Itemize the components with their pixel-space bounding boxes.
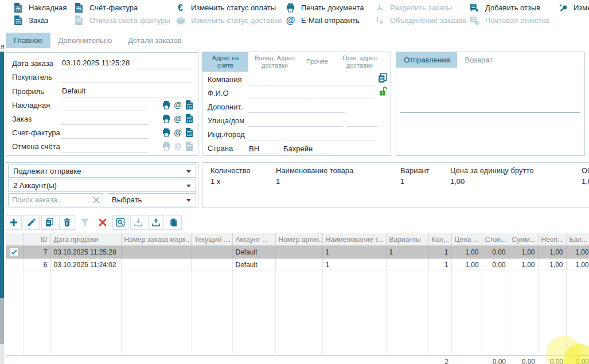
cell-variants[interactable] bbox=[386, 259, 428, 271]
company-field[interactable] bbox=[248, 76, 374, 85]
column-header-qty[interactable]: Кол... bbox=[428, 233, 451, 246]
row-checkbox-cell[interactable] bbox=[6, 259, 23, 271]
add-review-button[interactable]: Добавить отзыв bbox=[469, 2, 549, 13]
delivery-note-button[interactable]: 123 Накладная bbox=[13, 2, 67, 13]
last-name-field[interactable] bbox=[314, 89, 374, 99]
table-row[interactable]: 6 03.10.2025 11:24:02 Default 1 1 1,00 0… bbox=[6, 259, 589, 271]
clear-search-icon[interactable] bbox=[92, 196, 100, 204]
column-header-variants[interactable]: Варианты bbox=[386, 233, 428, 246]
column-header-sum[interactable]: Сумм... bbox=[509, 233, 538, 246]
cell-sku[interactable] bbox=[275, 246, 322, 259]
cell-qty[interactable]: 1 bbox=[428, 246, 451, 259]
left-scrollbar-thumb[interactable] bbox=[0, 298, 4, 344]
change-shipping-status-button[interactable]: Изменить статус доставки bbox=[175, 15, 282, 26]
copy-address-icon[interactable] bbox=[377, 73, 388, 83]
cell-cost[interactable]: 0,00 bbox=[482, 259, 509, 271]
column-header-balance[interactable]: Бал... bbox=[566, 233, 589, 246]
choose-select[interactable]: Выбрать bbox=[107, 193, 196, 206]
left-scrollbar-track[interactable] bbox=[0, 344, 4, 364]
cell-balance[interactable]: 1,00 bbox=[566, 259, 589, 271]
customer-field[interactable] bbox=[61, 72, 192, 83]
delete-button[interactable] bbox=[59, 215, 75, 230]
cell-sum[interactable]: 1,00 bbox=[509, 246, 538, 259]
column-header-id[interactable]: ID bbox=[23, 233, 50, 246]
change-payment-status-button[interactable]: € Изменить статус оплаты bbox=[175, 2, 282, 13]
copy-button[interactable] bbox=[41, 215, 57, 230]
cell-cost[interactable]: 0,00 bbox=[482, 246, 509, 259]
email-icon[interactable]: @ bbox=[174, 128, 182, 136]
items-value-unit-price[interactable]: 1,00 bbox=[450, 177, 465, 186]
profile-field[interactable]: Default bbox=[61, 87, 192, 97]
print-icon[interactable] bbox=[162, 128, 171, 137]
print-icon[interactable] bbox=[162, 114, 171, 123]
cell-sale-date[interactable]: 03.10.2025 11:24:02 bbox=[50, 259, 121, 271]
delivery-note-field[interactable] bbox=[61, 100, 149, 111]
invoice-cancel-button[interactable]: Отмена счёта-фактуры bbox=[73, 15, 170, 26]
country-code-field[interactable]: BH bbox=[248, 144, 279, 154]
edit-button[interactable] bbox=[24, 215, 40, 230]
cell-qty[interactable]: 1 bbox=[428, 259, 451, 271]
tab-returns[interactable]: Возврат bbox=[457, 52, 500, 68]
invoice-button[interactable]: 123 Счёт-фактура bbox=[73, 2, 170, 13]
change-platform-button[interactable]: Изме bbox=[557, 2, 589, 13]
column-header-marketplace-order[interactable]: Номер заказа марк... bbox=[121, 233, 191, 246]
items-value-product[interactable]: 1 bbox=[276, 177, 280, 186]
print-document-button[interactable]: Печать документа bbox=[285, 2, 364, 13]
cell-unpaid[interactable]: 1,00 bbox=[538, 259, 566, 271]
cell-product-name[interactable]: 1 bbox=[322, 259, 386, 271]
first-name-field[interactable] bbox=[248, 89, 311, 99]
tab-main[interactable]: Главное bbox=[6, 33, 50, 48]
additional-field[interactable] bbox=[248, 103, 345, 113]
tab-original-shipping-address[interactable]: Ориг. адрес доставки bbox=[333, 52, 386, 72]
cell-id[interactable]: 6 bbox=[23, 259, 50, 271]
cell-marketplace-order[interactable] bbox=[121, 246, 191, 259]
items-value-variant[interactable]: 1 bbox=[400, 177, 404, 186]
cell-current[interactable] bbox=[191, 259, 232, 271]
column-header-price[interactable]: Цена ... bbox=[451, 233, 482, 246]
number-document-icon[interactable]: 123 bbox=[185, 100, 194, 109]
merge-orders-button[interactable]: Объединение заказов bbox=[374, 15, 466, 26]
items-value-qty[interactable]: 1 x bbox=[210, 177, 220, 186]
cell-variants[interactable]: 1 bbox=[386, 246, 428, 259]
cell-price[interactable]: 1,00 bbox=[451, 259, 482, 271]
order-date-field[interactable]: 03.10.2025 11:25:28 bbox=[61, 58, 192, 69]
order-document-button[interactable]: 123 Заказ bbox=[13, 15, 67, 26]
clear-filter-button[interactable] bbox=[95, 215, 111, 230]
order-search-input[interactable] bbox=[11, 195, 92, 205]
cell-sku[interactable] bbox=[275, 259, 322, 271]
postal-label-button[interactable]: Почтовая этикетка bbox=[469, 15, 549, 26]
cell-account[interactable]: Default bbox=[232, 246, 275, 259]
invoice-cancel-field[interactable] bbox=[61, 142, 149, 152]
zip-field[interactable] bbox=[248, 131, 279, 140]
column-header-sku[interactable]: Номер артик... bbox=[275, 233, 322, 246]
cell-product-name[interactable]: 1 bbox=[322, 246, 386, 259]
unlock-icon[interactable] bbox=[378, 86, 387, 96]
row-checkbox-cell[interactable] bbox=[6, 246, 23, 259]
send-email-button[interactable]: @ E-Mail отправить bbox=[285, 15, 364, 26]
cell-balance[interactable]: 1,00 bbox=[566, 246, 589, 259]
items-value-total[interactable]: 1,0 bbox=[582, 177, 589, 186]
city-field[interactable] bbox=[282, 131, 376, 140]
cell-sum[interactable]: 1,00 bbox=[509, 259, 538, 271]
shipping-status-select[interactable]: Подлежит отправке bbox=[8, 165, 196, 178]
street-field[interactable] bbox=[248, 117, 343, 127]
export-button[interactable] bbox=[148, 215, 164, 230]
import-button[interactable] bbox=[130, 215, 146, 230]
advanced-search-button[interactable] bbox=[112, 215, 128, 230]
column-header-product-name[interactable]: Наименование т... bbox=[322, 233, 386, 246]
column-header-account[interactable]: Аккаунт ... bbox=[232, 233, 275, 246]
cell-marketplace-order[interactable] bbox=[121, 259, 191, 271]
email-icon[interactable]: @ bbox=[174, 101, 182, 109]
duplicate-button[interactable] bbox=[166, 215, 182, 230]
tab-other[interactable]: Прочее bbox=[301, 52, 333, 72]
tab-shipments[interactable]: Отправления bbox=[396, 52, 457, 68]
cell-unpaid[interactable]: 1,00 bbox=[538, 246, 566, 259]
filter-button[interactable] bbox=[77, 215, 93, 230]
add-button[interactable] bbox=[6, 215, 22, 230]
house-number-field[interactable] bbox=[346, 117, 377, 127]
cell-sale-date[interactable]: 03.10.2025 11:25:28 bbox=[50, 246, 121, 259]
tab-valid-shipping-address[interactable]: Валид. Адрес доставки bbox=[248, 52, 301, 72]
cell-price[interactable]: 1,00 bbox=[451, 246, 482, 259]
invoice-field[interactable] bbox=[61, 128, 149, 139]
tab-additional[interactable]: Дополнительно bbox=[50, 33, 120, 48]
